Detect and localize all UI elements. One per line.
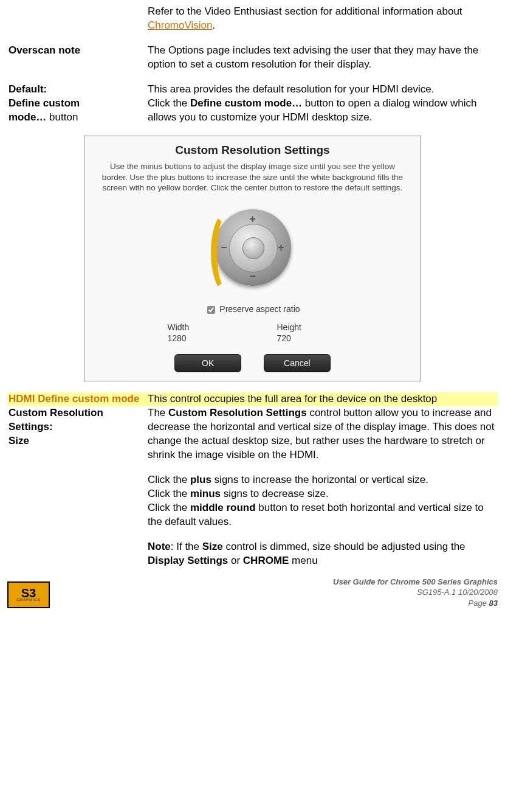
custom-resolution-dialog: Custom Resolution Settings Use the minus… (84, 136, 421, 382)
default-text: This area provides the default resolutio… (146, 83, 498, 97)
dialog-title: Custom Resolution Settings (93, 142, 412, 158)
overscan-text: The Options page includes text advising … (146, 44, 498, 72)
plus-horizontal-icon[interactable]: + (275, 241, 287, 254)
intro-pre: Refer to the Video Enthusiast section fo… (148, 5, 462, 17)
preserve-aspect-checkbox[interactable] (207, 306, 215, 314)
intro-post: . (212, 19, 215, 31)
cancel-button[interactable]: Cancel (264, 354, 331, 372)
hdmi-define-text: This control occupies the full area for … (146, 392, 498, 406)
width-label: Width (168, 322, 228, 333)
width-value: 1280 (168, 333, 228, 344)
overscan-term: Overscan note (7, 44, 146, 72)
height-value: 720 (277, 333, 338, 344)
preserve-aspect-label[interactable]: Preserve aspect ratio (205, 304, 300, 314)
chromovision-link[interactable]: ChromoVision (148, 19, 212, 31)
custom-res-term: Custom Resolution Settings:Size (7, 406, 146, 567)
height-label: Height (277, 322, 338, 333)
define-term: Define custom mode… button (7, 97, 146, 125)
hdmi-define-term: HDMI Define custom mode (7, 392, 146, 406)
size-dial-control[interactable]: + − − + (207, 202, 298, 293)
intro-text: Refer to the Video Enthusiast section fo… (146, 5, 498, 33)
ok-button[interactable]: OK (174, 354, 241, 372)
reset-button[interactable] (242, 237, 264, 259)
default-term: Default: (7, 83, 146, 97)
define-text: Click the Define custom mode… button to … (146, 97, 498, 125)
footer-text: User Guide for Chrome 500 Series Graphic… (333, 577, 498, 609)
custom-res-text: The Custom Resolution Settings control b… (146, 406, 498, 567)
dialog-description: Use the minus buttons to adjust the disp… (98, 161, 407, 193)
s3-logo: S3 GRAPHICS (7, 581, 50, 608)
minus-horizontal-icon[interactable]: − (218, 241, 230, 254)
minus-vertical-icon[interactable]: − (247, 270, 259, 282)
preserve-aspect-text: Preserve aspect ratio (219, 304, 300, 314)
plus-vertical-icon[interactable]: + (247, 213, 259, 225)
